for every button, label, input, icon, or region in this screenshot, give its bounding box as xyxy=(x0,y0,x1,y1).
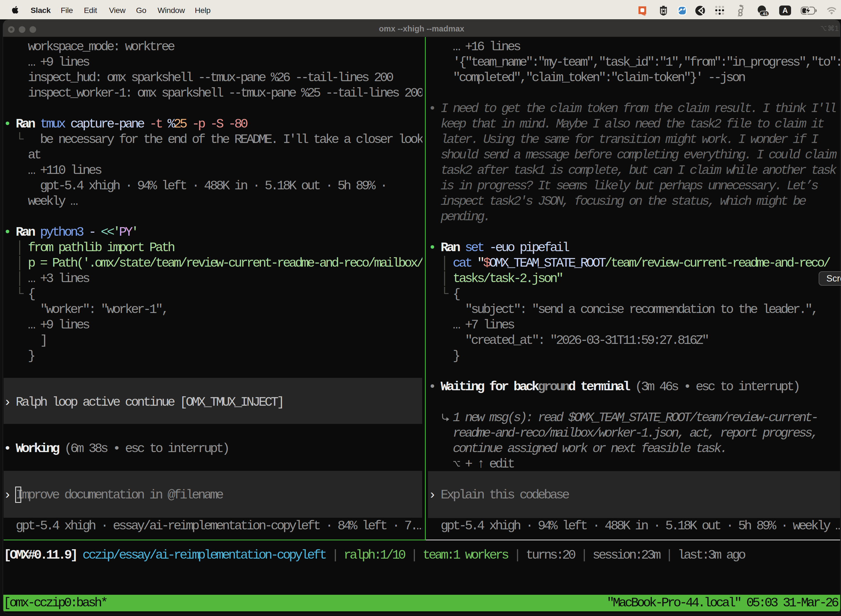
svg-text:..61: ..61 xyxy=(761,11,768,16)
